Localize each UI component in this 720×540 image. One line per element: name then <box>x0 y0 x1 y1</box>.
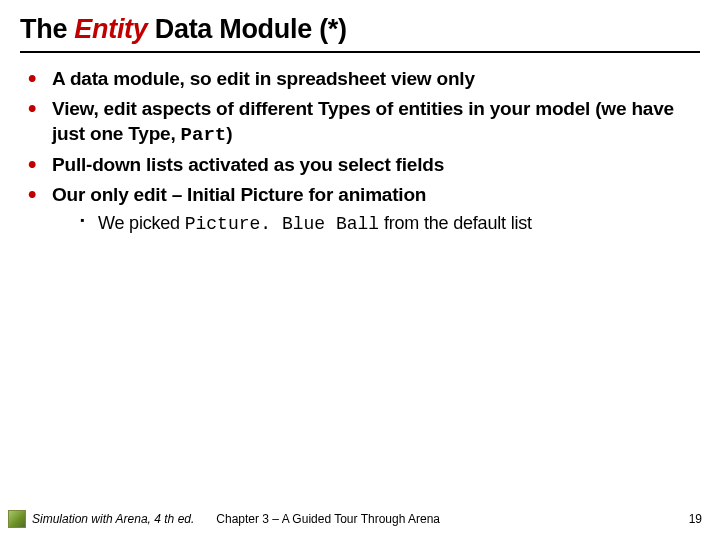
sub-list-item: We picked Picture. Blue Ball from the de… <box>80 212 700 236</box>
bullet-text-pre: View, edit aspects of different Types of… <box>52 98 674 143</box>
title-post: Data Module (*) <box>148 14 347 44</box>
sub-text-post: from the default list <box>379 213 532 233</box>
bullet-code: Part <box>181 124 227 146</box>
footer-chapter: Chapter 3 – A Guided Tour Through Arena <box>216 512 440 526</box>
slide: The Entity Data Module (*) A data module… <box>0 0 720 540</box>
list-item: Our only edit – Initial Picture for anim… <box>26 183 700 236</box>
title-emphasis: Entity <box>74 14 147 44</box>
slide-title: The Entity Data Module (*) <box>20 14 700 45</box>
bullet-list: A data module, so edit in spreadsheet vi… <box>20 67 700 236</box>
sub-list: We picked Picture. Blue Ball from the de… <box>52 212 700 236</box>
title-pre: The <box>20 14 74 44</box>
sub-text-pre: We picked <box>98 213 185 233</box>
book-icon <box>8 510 26 528</box>
page-number: 19 <box>689 512 702 526</box>
bullet-text: Pull-down lists activated as you select … <box>52 154 444 175</box>
bullet-text-post: ) <box>226 123 232 144</box>
list-item: View, edit aspects of different Types of… <box>26 97 700 147</box>
footer-book: Simulation with Arena, 4 th ed. <box>32 512 194 526</box>
bullet-text: Our only edit – Initial Picture for anim… <box>52 184 426 205</box>
bullet-text: A data module, so edit in spreadsheet vi… <box>52 68 475 89</box>
title-rule <box>20 51 700 53</box>
footer: Simulation with Arena, 4 th ed. Chapter … <box>0 510 720 528</box>
list-item: Pull-down lists activated as you select … <box>26 153 700 177</box>
sub-code: Picture. Blue Ball <box>185 214 379 234</box>
list-item: A data module, so edit in spreadsheet vi… <box>26 67 700 91</box>
